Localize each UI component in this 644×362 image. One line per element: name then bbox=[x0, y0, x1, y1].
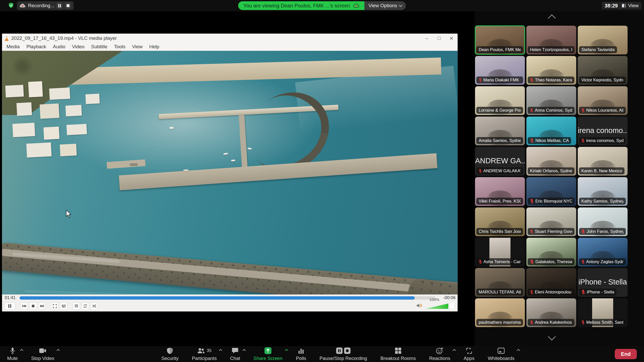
maximize-button[interactable]: □ bbox=[433, 34, 445, 43]
close-button[interactable]: ✕ bbox=[445, 34, 458, 43]
polls-icon bbox=[298, 348, 304, 354]
breakout-rooms-icon bbox=[395, 347, 401, 354]
participant-name-label: John Faros, Sydney bbox=[579, 228, 626, 235]
participant-tile[interactable]: paulmathers mavromatis bbox=[475, 298, 525, 327]
fullscreen-button[interactable] bbox=[51, 302, 59, 310]
boat bbox=[223, 153, 228, 155]
shield-icon bbox=[167, 347, 173, 354]
participant-tile[interactable]: Galakatos, Theresa bbox=[526, 238, 576, 266]
chevron-up-icon[interactable] bbox=[56, 349, 60, 352]
participant-tile[interactable]: Amalia Samios, Sydney bbox=[475, 117, 525, 145]
participant-tile[interactable]: Stuart Fleming Gover... bbox=[526, 207, 576, 236]
participant-tile[interactable]: Lorraine & George Poulo... bbox=[475, 86, 525, 115]
vlc-window: 2022_09_17_16_43_19.mp4 - VLC media play… bbox=[2, 34, 458, 311]
speaker-icon[interactable] bbox=[416, 303, 423, 308]
participant-tile[interactable]: Anna Cominos, Sydney bbox=[526, 86, 576, 115]
participant-tile[interactable]: Eleni Antonopoulou K... bbox=[526, 268, 576, 297]
participant-tile[interactable]: irena conomo...irena conomos, Sydney bbox=[578, 117, 628, 145]
previous-button[interactable] bbox=[20, 302, 28, 310]
volume-slider[interactable]: 100% bbox=[425, 302, 454, 309]
menu-tools[interactable]: Tools bbox=[111, 44, 129, 50]
participant-tile[interactable]: Maria Diakaki FMK Se... bbox=[475, 56, 525, 85]
extended-settings-button[interactable] bbox=[60, 302, 68, 310]
breakout-rooms-button[interactable]: Breakout Rooms bbox=[380, 347, 416, 361]
chevron-up-icon[interactable] bbox=[517, 349, 520, 352]
security-button[interactable]: Security bbox=[161, 347, 178, 361]
participant-tile[interactable]: ANDREW GA...ANDREW GALAKATO... bbox=[475, 147, 525, 176]
scroll-down-chevron-icon[interactable] bbox=[548, 335, 556, 340]
participant-tile[interactable]: Andrea Kalokerinos -... bbox=[526, 298, 576, 327]
participant-tile[interactable]: Eric Blomquist NYC bbox=[526, 177, 576, 206]
pause-button[interactable] bbox=[4, 302, 15, 310]
chevron-up-icon[interactable] bbox=[453, 349, 456, 352]
participant-tile[interactable]: iPhone - StellaiPhone - Stella bbox=[578, 268, 628, 297]
share-screen-icon bbox=[264, 347, 272, 354]
mute-button[interactable]: Mute bbox=[7, 347, 18, 361]
participant-tile[interactable]: Karen B, New Mexico bbox=[578, 147, 628, 176]
apps-button[interactable]: Apps bbox=[463, 347, 474, 361]
muted-mic-icon bbox=[530, 78, 533, 82]
chevron-up-icon[interactable] bbox=[285, 349, 288, 352]
scroll-up-chevron-icon[interactable] bbox=[548, 13, 556, 18]
video-display[interactable] bbox=[2, 51, 458, 294]
participant-tile[interactable]: Kathy Samios, Sydney bbox=[578, 177, 628, 206]
participant-name-label: paulmathers mavromatis bbox=[476, 319, 523, 326]
participant-tile[interactable]: Vikki Fraioli, Pres. KSOCA bbox=[475, 177, 525, 206]
participant-tile[interactable]: Nikos Melitas, CA bbox=[526, 117, 576, 145]
menu-audio[interactable]: Audio bbox=[50, 44, 69, 50]
vlc-title-bar[interactable]: 2022_09_17_16_43_19.mp4 - VLC media play… bbox=[2, 34, 458, 43]
seek-fill bbox=[20, 296, 415, 300]
view-layout-button[interactable]: View bbox=[619, 2, 641, 9]
recording-label: Recording... bbox=[28, 3, 54, 8]
chevron-up-icon[interactable] bbox=[219, 349, 222, 352]
share-screen-button[interactable]: Share Screen bbox=[253, 347, 282, 361]
stop-button[interactable] bbox=[29, 302, 37, 310]
menu-help[interactable]: Help bbox=[146, 44, 163, 50]
participant-name-label: Stefano Tavlaridis bbox=[579, 46, 617, 53]
participant-tile[interactable]: Victor Kepreotis, Sydney bbox=[578, 56, 628, 85]
participant-tile[interactable]: Dean Poulos, FMK Medi... bbox=[475, 26, 525, 54]
muted-mic-icon bbox=[479, 78, 482, 82]
muted-mic-icon bbox=[581, 229, 585, 234]
menu-subtitle[interactable]: Subtitle bbox=[88, 44, 111, 50]
boat bbox=[248, 148, 252, 150]
pause-stop-recording-button[interactable]: Pause/Stop Recording bbox=[319, 347, 367, 361]
participant-tile[interactable]: MAROULI TEFANI, Athens bbox=[475, 268, 525, 297]
participant-tile[interactable]: Stefano Tavlaridis bbox=[578, 26, 628, 54]
pause-recording-button[interactable] bbox=[56, 3, 63, 9]
reactions-button[interactable]: Reactions bbox=[429, 347, 450, 361]
chevron-up-icon[interactable] bbox=[242, 349, 246, 352]
polls-button[interactable]: Polls bbox=[296, 347, 306, 361]
playlist-button[interactable] bbox=[72, 302, 80, 310]
participant-tile[interactable]: Antony Zaglas-Sydne... bbox=[578, 238, 628, 266]
view-options-button[interactable]: View Options bbox=[364, 1, 406, 10]
next-button[interactable] bbox=[38, 302, 46, 310]
participant-tile[interactable]: Kiriaki Orfanos, Sydney bbox=[526, 147, 576, 176]
menu-view[interactable]: View bbox=[129, 44, 146, 50]
participant-tile[interactable]: Helen Tzortzopoulos, F... bbox=[526, 26, 576, 54]
end-meeting-button[interactable]: End bbox=[615, 349, 637, 359]
menu-video[interactable]: Video bbox=[69, 44, 88, 50]
chat-button[interactable]: Chat bbox=[230, 347, 240, 361]
participant-name-label: Karen B, New Mexico bbox=[579, 167, 624, 174]
participant-tile[interactable]: Asha Tsimeris - Canb... bbox=[475, 238, 525, 266]
shuffle-button[interactable] bbox=[90, 302, 98, 310]
menu-playback[interactable]: Playback bbox=[23, 44, 50, 50]
participant-name-label: Antony Zaglas-Sydne... bbox=[579, 258, 626, 265]
participant-tile[interactable]: John Faros, Sydney bbox=[578, 207, 628, 236]
participants-button[interactable]: 35 Participants bbox=[192, 347, 217, 361]
participant-name-label: Nikos Melitas, CA bbox=[528, 137, 571, 144]
participant-tile[interactable]: Theo Notaras, Karava bbox=[526, 56, 576, 85]
menu-media[interactable]: Media bbox=[3, 44, 23, 50]
seek-bar[interactable] bbox=[20, 296, 435, 300]
minimize-button[interactable]: – bbox=[421, 34, 433, 43]
whiteboards-button[interactable]: Whiteboards bbox=[488, 347, 515, 361]
chevron-up-icon[interactable] bbox=[20, 349, 23, 352]
meeting-timer: 38:29 bbox=[602, 2, 621, 9]
participant-tile[interactable]: Nikos Lourantos, Ath... bbox=[578, 86, 628, 115]
stop-recording-button[interactable] bbox=[65, 3, 71, 9]
loop-button[interactable] bbox=[81, 302, 89, 310]
participant-tile[interactable]: Melisss Smith, Santa... bbox=[578, 298, 628, 327]
participant-tile[interactable]: Chris Tsichlis San Jose... bbox=[475, 207, 525, 236]
stop-video-button[interactable]: Stop Video bbox=[31, 347, 54, 361]
